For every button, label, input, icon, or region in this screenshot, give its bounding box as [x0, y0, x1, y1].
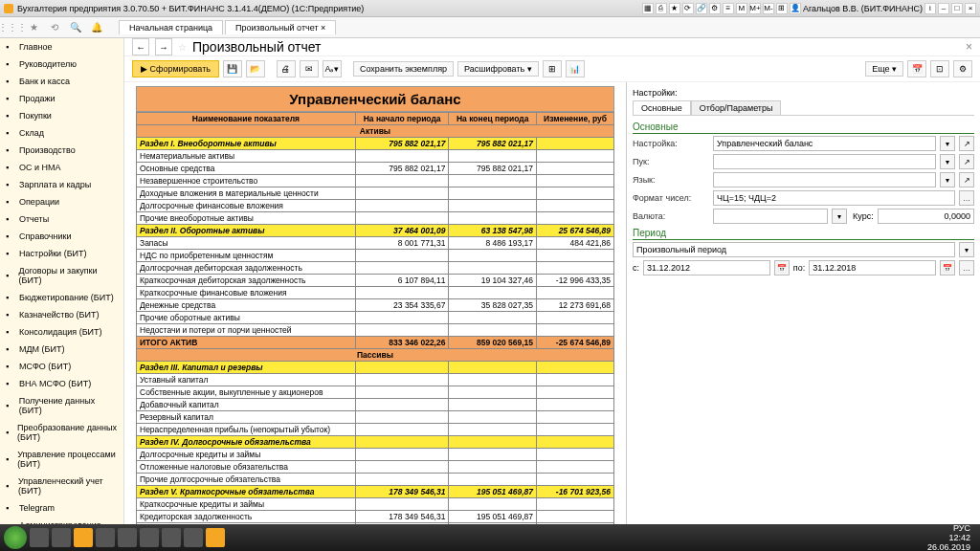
- close-icon[interactable]: ×: [966, 40, 972, 54]
- sidebar-item[interactable]: ▪Продажи: [0, 90, 123, 107]
- toolbar-icon[interactable]: ★: [669, 3, 680, 14]
- sidebar-item[interactable]: ▪МДМ (БИТ): [0, 341, 123, 358]
- tool-icon[interactable]: ⊡: [930, 60, 949, 77]
- period-input[interactable]: [633, 242, 955, 257]
- link-icon[interactable]: ↗: [959, 136, 974, 151]
- toolbar-icon[interactable]: ⚙: [709, 3, 721, 14]
- minimize-icon[interactable]: –: [938, 3, 949, 14]
- apps-icon[interactable]: ⋮⋮⋮: [6, 21, 19, 34]
- bell-icon[interactable]: 🔔: [90, 21, 103, 34]
- open-icon[interactable]: 📂: [246, 60, 265, 77]
- date-to-input[interactable]: [809, 260, 936, 276]
- more-icon[interactable]: …: [959, 260, 974, 276]
- sidebar-item[interactable]: ▪Консолидация (БИТ): [0, 323, 123, 341]
- generate-button[interactable]: ▶ Сформировать: [132, 60, 219, 77]
- link-icon[interactable]: ↗: [959, 172, 974, 187]
- currency-input[interactable]: [713, 209, 828, 224]
- user-icon[interactable]: 👤: [790, 3, 801, 14]
- tab-report[interactable]: Произвольный отчет ×: [225, 20, 336, 34]
- sidebar-item[interactable]: ▪Настройки (БИТ): [0, 245, 123, 262]
- sidebar-item[interactable]: ▪Операции: [0, 193, 123, 210]
- tab-filter[interactable]: Отбор/Параметры: [691, 100, 782, 115]
- task-icon[interactable]: [184, 528, 203, 547]
- toolbar-icon[interactable]: ⎙: [656, 3, 667, 14]
- sidebar-item[interactable]: ▪Производство: [0, 142, 123, 159]
- task-icon[interactable]: [118, 528, 137, 547]
- toolbar-icon[interactable]: ⊞: [776, 3, 788, 14]
- save-icon[interactable]: 💾: [223, 60, 242, 77]
- dropdown-icon[interactable]: ▾: [940, 172, 955, 187]
- tool-icon[interactable]: 📊: [566, 60, 585, 77]
- dropdown-icon[interactable]: ▾: [940, 154, 955, 169]
- forward-button[interactable]: →: [155, 38, 172, 55]
- dropdown-icon[interactable]: ▾: [832, 209, 847, 224]
- task-icon[interactable]: [162, 528, 181, 547]
- rate-input[interactable]: [878, 209, 974, 224]
- search-icon[interactable]: 🔍: [69, 21, 82, 34]
- sidebar-item[interactable]: ▪Telegram: [0, 499, 123, 517]
- sidebar-item[interactable]: ▪Получение данных (БИТ): [0, 392, 123, 419]
- more-icon[interactable]: …: [959, 190, 974, 206]
- link-icon[interactable]: ↗: [959, 154, 974, 169]
- info-icon[interactable]: i: [924, 3, 936, 14]
- date-from-input[interactable]: [643, 260, 770, 276]
- sidebar-item[interactable]: ▪Администрирование: [0, 517, 123, 524]
- history-icon[interactable]: ⟲: [48, 21, 61, 34]
- sidebar-item[interactable]: ▪Склад: [0, 124, 123, 142]
- sidebar-item[interactable]: ▪Покупки: [0, 107, 123, 124]
- sidebar-item[interactable]: ▪Управленческий учет (БИТ): [0, 473, 123, 499]
- settings-toggle-icon[interactable]: ⚙: [953, 60, 972, 77]
- sidebar-item[interactable]: ▪ОС и НМА: [0, 159, 123, 176]
- sidebar-item[interactable]: ▪Главное: [0, 38, 123, 55]
- more-button[interactable]: Еще ▾: [865, 61, 903, 77]
- sidebar-item[interactable]: ▪Отчеты: [0, 210, 123, 228]
- tab-start[interactable]: Начальная страница: [119, 20, 223, 34]
- start-button[interactable]: [4, 526, 27, 549]
- sidebar-item[interactable]: ▪Бюджетирование (БИТ): [0, 289, 123, 306]
- tool-icon[interactable]: 📅: [907, 60, 926, 77]
- calendar-icon[interactable]: 📅: [940, 260, 955, 276]
- mail-icon[interactable]: ✉: [300, 60, 319, 77]
- puk-input[interactable]: [713, 154, 936, 169]
- dropdown-icon[interactable]: ▾: [959, 242, 974, 257]
- sidebar-item[interactable]: ▪Управление процессами (БИТ): [0, 446, 123, 473]
- sidebar-item[interactable]: ▪Преобразование данных (БИТ): [0, 419, 123, 446]
- toolbar-icon[interactable]: 🔗: [696, 3, 707, 14]
- clock[interactable]: РУС 12:42 26.06.2019: [927, 523, 976, 551]
- decode-button[interactable]: Расшифровать ▾: [457, 61, 539, 77]
- task-icon[interactable]: [140, 528, 159, 547]
- calendar-icon[interactable]: 📅: [774, 260, 790, 276]
- sidebar-item[interactable]: ▪Договоры и закупки (БИТ): [0, 262, 123, 289]
- toolbar-icon[interactable]: ⟳: [682, 3, 694, 14]
- sidebar-item[interactable]: ▪МСФО (БИТ): [0, 358, 123, 375]
- sidebar-item[interactable]: ▪Казначейство (БИТ): [0, 306, 123, 323]
- task-icon[interactable]: [206, 528, 225, 547]
- sidebar-item[interactable]: ▪Справочники: [0, 228, 123, 245]
- task-icon[interactable]: [74, 528, 93, 547]
- print-icon[interactable]: 🖨: [277, 60, 296, 77]
- save-instance-button[interactable]: Сохранить экземпляр: [353, 61, 454, 77]
- tab-main[interactable]: Основные: [633, 100, 691, 115]
- task-icon[interactable]: [52, 528, 71, 547]
- setting-input[interactable]: [713, 136, 936, 151]
- maximize-icon[interactable]: □: [951, 3, 963, 14]
- toolbar-icon[interactable]: ▦: [642, 3, 654, 14]
- toolbar-icon[interactable]: M-: [763, 3, 774, 14]
- back-button[interactable]: ←: [132, 38, 149, 55]
- format-input[interactable]: [713, 190, 955, 206]
- sidebar-item[interactable]: ▪Банк и касса: [0, 73, 123, 90]
- star-icon[interactable]: ☆: [178, 42, 187, 53]
- toolbar-icon[interactable]: M: [736, 3, 747, 14]
- toolbar-icon[interactable]: M+: [749, 3, 761, 14]
- dropdown-icon[interactable]: ▾: [940, 136, 955, 151]
- close-icon[interactable]: ×: [965, 3, 976, 14]
- toolbar-icon[interactable]: ≡: [723, 3, 734, 14]
- lang-input[interactable]: [713, 172, 936, 187]
- sidebar-item[interactable]: ▪Зарплата и кадры: [0, 176, 123, 193]
- sidebar-item[interactable]: ▪ВНА МСФО (БИТ): [0, 375, 123, 392]
- sidebar-item[interactable]: ▪Руководителю: [0, 55, 123, 73]
- star-icon[interactable]: ★: [27, 21, 40, 34]
- task-icon[interactable]: [96, 528, 115, 547]
- tool-icon[interactable]: ⊞: [543, 60, 562, 77]
- font-icon[interactable]: Aₐ▾: [323, 60, 342, 77]
